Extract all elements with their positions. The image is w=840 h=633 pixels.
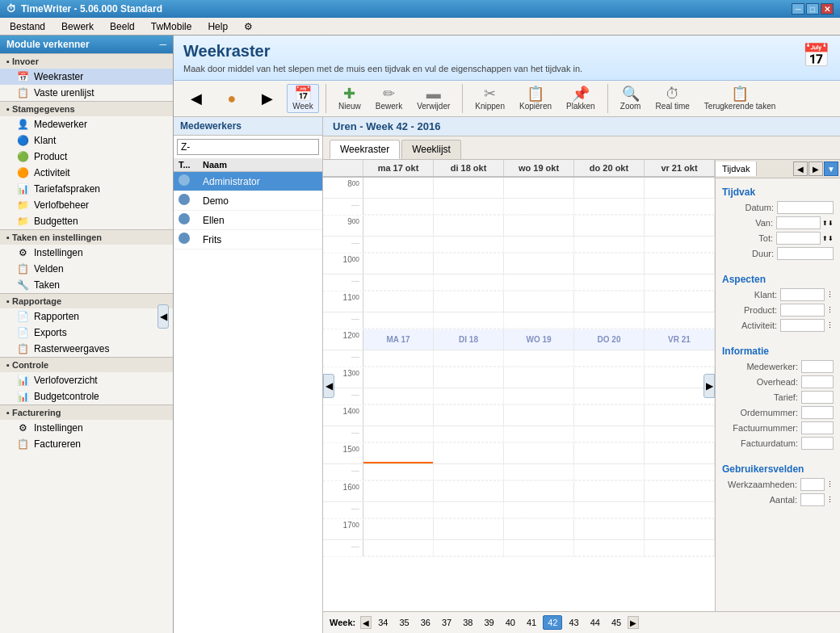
grid-cell[interactable] (645, 405, 715, 425)
grid-cell[interactable] (363, 254, 434, 274)
aantal-value[interactable] (800, 493, 825, 506)
sidebar-item-taken[interactable]: 🔧 Taken (0, 277, 173, 293)
grid-cell[interactable] (504, 519, 574, 539)
sidebar-section-stamgegevens[interactable]: ▪ Stamgegevens (0, 101, 173, 116)
grid-cell[interactable] (645, 291, 715, 312)
grid-cell[interactable] (504, 216, 574, 236)
close-button[interactable]: ✕ (821, 3, 834, 15)
grid-cell[interactable] (574, 216, 645, 236)
sidebar-item-tariefafspraken[interactable]: 📊 Tariefafspraken (0, 181, 173, 197)
grid-cell-half[interactable] (504, 426, 574, 442)
grid-cell[interactable] (363, 367, 434, 388)
sidebar-item-factureren[interactable]: 📋 Factureren (0, 436, 173, 452)
week-scroll-left[interactable]: ◀ (360, 616, 372, 629)
werkzaamheden-more-icon[interactable]: ⋮ (826, 480, 834, 488)
realtime-button[interactable]: ⏱ Real time (650, 84, 695, 113)
grid-cell[interactable] (363, 178, 434, 198)
nav-back-button[interactable]: ◀ (793, 161, 808, 176)
grid-cell-half[interactable] (645, 275, 715, 291)
tab-weekraster[interactable]: Weekraster (330, 140, 400, 159)
sidebar-section-rapportage[interactable]: ▪ Rapportage (0, 293, 173, 308)
sidebar-item-budgetcontrole[interactable]: 📊 Budgetcontrole (0, 388, 173, 405)
grid-cell-half[interactable] (434, 199, 504, 215)
table-row[interactable]: Ellen (174, 211, 322, 230)
grid-cell[interactable] (363, 481, 434, 501)
minimize-button[interactable]: ─ (792, 3, 804, 15)
grid-cell[interactable] (574, 481, 645, 501)
grid-cell[interactable] (574, 367, 645, 388)
settings-icon[interactable]: ⚙ (237, 19, 259, 34)
grid-cell-half[interactable] (434, 275, 504, 291)
back-button[interactable]: ◀ (180, 89, 212, 108)
activiteit-more-icon[interactable]: ⋮ (826, 321, 834, 329)
grid-cell-half[interactable] (434, 312, 504, 329)
grid-cell[interactable]: DO 20 (574, 329, 645, 350)
overhead-value[interactable] (801, 375, 834, 388)
werkzaamheden-value[interactable] (800, 478, 825, 491)
grid-cell[interactable] (574, 178, 645, 198)
factuurnummer-value[interactable] (801, 421, 834, 434)
grid-cell-half[interactable] (574, 540, 645, 556)
grid-cell[interactable] (645, 216, 715, 236)
grid-cell[interactable] (434, 405, 504, 425)
product-more-icon[interactable]: ⋮ (826, 306, 834, 314)
grid-cell[interactable] (434, 291, 504, 312)
table-row[interactable]: Administrator (174, 172, 322, 191)
nav-forward-button[interactable]: ▶ (808, 161, 823, 176)
week-num-44[interactable]: 44 (586, 615, 605, 630)
sidebar-section-controle[interactable]: ▪ Controle (0, 357, 173, 372)
grid-cell-half[interactable] (363, 237, 434, 253)
sidebar-item-vaste-urenlijst[interactable]: 📋 Vaste urenlijst (0, 85, 173, 101)
grid-cell[interactable] (504, 367, 574, 388)
grid-cell[interactable]: MA 17 (363, 329, 434, 350)
nav-dropdown-button[interactable]: ▼ (824, 161, 838, 176)
grid-cell-half[interactable] (645, 502, 715, 518)
grid-cell-half[interactable] (363, 388, 434, 405)
grid-cell-half[interactable] (363, 350, 434, 367)
sidebar-section-invoer[interactable]: ▪ Invoer (0, 53, 173, 69)
grid-cell[interactable] (504, 481, 574, 501)
zoom-button[interactable]: 🔍 Zoom (615, 84, 647, 113)
sidebar-item-verlofoverzicht[interactable]: 📊 Verlofoverzicht (0, 372, 173, 388)
paste-button[interactable]: 📌 Plakken (561, 84, 601, 113)
menu-help[interactable]: Help (201, 19, 234, 34)
grid-cell-half[interactable] (574, 312, 645, 329)
grid-cell-half[interactable] (645, 312, 715, 329)
grid-cell-half[interactable] (574, 464, 645, 480)
grid-cell[interactable] (574, 291, 645, 312)
grid-cell-half[interactable] (363, 312, 434, 329)
grid-cell[interactable] (434, 367, 504, 388)
grid-cell-half[interactable] (504, 312, 574, 329)
week-num-43[interactable]: 43 (564, 615, 583, 630)
sidebar-section-taken[interactable]: ▪ Taken en instellingen (0, 229, 173, 245)
grid-cell[interactable] (574, 519, 645, 539)
grid-cell[interactable] (504, 178, 574, 198)
grid-cell-half[interactable] (574, 275, 645, 291)
week-num-41[interactable]: 41 (522, 615, 541, 630)
delete-button[interactable]: ▬ Verwijder (411, 84, 456, 113)
ordernummer-value[interactable] (801, 406, 834, 419)
grid-cell[interactable] (574, 405, 645, 425)
grid-cell-half[interactable] (504, 464, 574, 480)
sidebar-item-verlofbeheer[interactable]: 📁 Verlofbeheer (0, 197, 173, 213)
grid-cell-half[interactable] (504, 502, 574, 518)
grid-cell-half[interactable] (645, 464, 715, 480)
medewerker-value[interactable] (801, 360, 834, 373)
grid-cell-half[interactable] (574, 199, 645, 215)
grid-cell-half[interactable] (363, 502, 434, 518)
sidebar-item-product[interactable]: 🟢 Product (0, 149, 173, 165)
right-tab-tijdvak[interactable]: Tijdvak (716, 161, 757, 176)
menu-beeld[interactable]: Beeld (103, 19, 141, 34)
product-value[interactable] (780, 304, 825, 316)
grid-left-handle[interactable]: ◀ (323, 374, 334, 398)
sidebar-item-budgetten[interactable]: 📁 Budgetten (0, 213, 173, 229)
tarief-value[interactable] (801, 391, 834, 404)
week-num-34[interactable]: 34 (373, 615, 393, 630)
grid-cell-half[interactable] (363, 540, 434, 556)
klant-value[interactable] (780, 288, 825, 301)
forward-button[interactable]: ▶ (251, 89, 284, 108)
tot-spin-icon[interactable]: ⬆⬇ (822, 235, 834, 242)
table-row[interactable]: Demo (174, 191, 322, 211)
grid-cell[interactable] (504, 254, 574, 274)
grid-cell-half[interactable] (434, 388, 504, 405)
